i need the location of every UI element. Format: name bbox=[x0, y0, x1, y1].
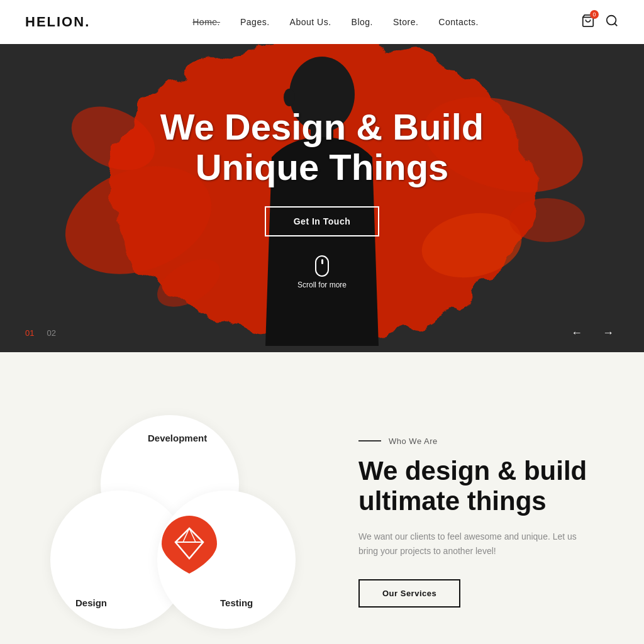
venn-center-icon bbox=[154, 509, 225, 582]
prev-slide-button[interactable]: ← bbox=[566, 324, 587, 342]
logo-dot: . bbox=[85, 14, 90, 30]
cart-button[interactable]: 0 bbox=[581, 14, 595, 30]
next-slide-button[interactable]: → bbox=[597, 324, 619, 342]
about-heading: We design & build ultimate things bbox=[358, 456, 606, 517]
venn-label-development: Development bbox=[148, 433, 207, 443]
nav-item-home[interactable]: Home. bbox=[192, 16, 220, 28]
nav-item-blog[interactable]: Blog. bbox=[352, 16, 373, 28]
mouse-icon bbox=[315, 255, 329, 277]
venn-label-testing: Testing bbox=[220, 597, 253, 608]
eyebrow-line bbox=[358, 440, 381, 441]
venn-label-design: Design bbox=[75, 597, 107, 608]
nav-item-pages[interactable]: Pages. bbox=[240, 16, 270, 28]
about-cta-button[interactable]: Our Services bbox=[358, 579, 460, 608]
hero-content: We Design & Build Unique Things Get In T… bbox=[160, 107, 484, 289]
svg-point-12 bbox=[284, 89, 295, 106]
scroll-indicator: Scroll for more bbox=[160, 255, 484, 289]
hero-section: We Design & Build Unique Things Get In T… bbox=[0, 44, 644, 352]
nav-links: Home. Pages. About Us. Blog. Store. Cont… bbox=[192, 16, 479, 28]
svg-point-8 bbox=[509, 198, 585, 242]
nav-actions: 0 bbox=[581, 14, 619, 30]
hero-title: We Design & Build Unique Things bbox=[160, 107, 484, 187]
slide-arrows: ← → bbox=[566, 324, 619, 342]
nav-item-store[interactable]: Store. bbox=[393, 16, 418, 28]
venn-diagram: Development Design Testing bbox=[38, 402, 308, 641]
slide-indicator-2[interactable]: 02 bbox=[47, 328, 55, 338]
svg-line-2 bbox=[614, 23, 617, 26]
nav-item-about[interactable]: About Us. bbox=[290, 16, 331, 28]
slide-indicator-1[interactable]: 01 bbox=[25, 328, 34, 338]
search-button[interactable] bbox=[605, 14, 619, 30]
logo[interactable]: HELION. bbox=[25, 14, 90, 30]
nav-item-contacts[interactable]: Contacts. bbox=[438, 16, 479, 28]
cart-badge: 0 bbox=[590, 10, 599, 19]
svg-point-1 bbox=[607, 16, 616, 25]
about-description: We want our clients to feel awesome and … bbox=[358, 530, 597, 560]
about-eyebrow: Who We Are bbox=[358, 436, 606, 446]
logo-text: HELION bbox=[25, 14, 85, 30]
mouse-dot bbox=[321, 259, 323, 264]
hero-bottom-bar: 01 02 ← → bbox=[0, 314, 644, 352]
eyebrow-text: Who We Are bbox=[389, 436, 438, 446]
navbar: HELION. Home. Pages. About Us. Blog. Sto… bbox=[0, 0, 644, 44]
scroll-label: Scroll for more bbox=[297, 280, 347, 289]
about-section: Development Design Testing Who We Are We… bbox=[0, 352, 644, 644]
hero-cta-button[interactable]: Get In Touch bbox=[265, 206, 380, 236]
about-text: Who We Are We design & build ultimate th… bbox=[358, 436, 606, 608]
slide-indicators: 01 02 bbox=[25, 328, 56, 338]
